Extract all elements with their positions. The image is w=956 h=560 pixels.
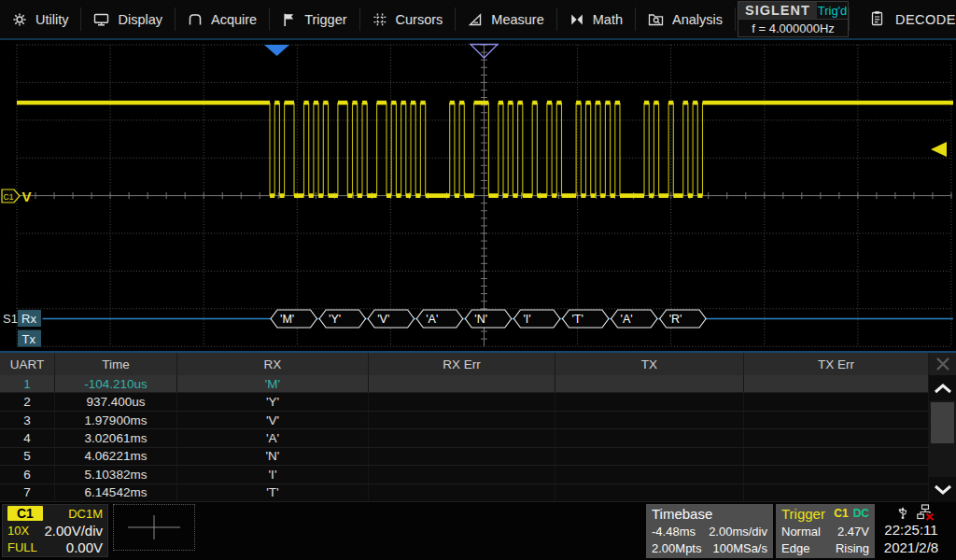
table-cell: 'Y' <box>177 393 369 410</box>
table-row[interactable]: 1-104.210us'M' <box>0 375 929 393</box>
table-cell <box>744 412 929 428</box>
scroll-up-button[interactable] <box>929 375 956 400</box>
channel1-flag-letter: V <box>22 189 32 204</box>
table-cell <box>369 448 555 465</box>
decode-char-bubble <box>319 310 365 328</box>
table-cell <box>369 412 555 428</box>
table-cell <box>555 484 744 501</box>
channel1-descriptor[interactable]: C1 DC1M 10X 2.00V/div FULL 0.00V <box>2 504 108 557</box>
trigger-position-marker[interactable] <box>264 45 289 56</box>
crosshair-icon <box>124 513 184 541</box>
menu-item-trigger[interactable]: Trigger <box>270 0 358 38</box>
table-cell <box>555 466 744 483</box>
menu-item-acquire[interactable]: Acquire <box>176 0 269 38</box>
table-cell: 'A' <box>177 429 369 446</box>
timebase-points: 2.00Mpts <box>652 541 701 555</box>
time-readout: 22:25:11 <box>868 521 954 539</box>
table-row[interactable]: 76.14542ms'T' <box>0 484 929 502</box>
menu-item-label: Acquire <box>211 12 257 27</box>
scrollbar-thumb[interactable] <box>931 402 954 443</box>
column-header-uart: UART <box>0 353 55 375</box>
menu-item-cursors[interactable]: Cursors <box>360 0 456 38</box>
timebase-title: Timebase <box>652 505 767 523</box>
trigger-level-marker[interactable] <box>931 142 947 157</box>
column-header-time: Time <box>55 353 177 375</box>
cursors-icon <box>373 12 387 27</box>
decode-menu-item[interactable]: DECODE <box>850 0 956 38</box>
table-scroll-column <box>929 353 956 502</box>
table-cell: 'V' <box>177 412 369 428</box>
flag-icon <box>282 12 296 27</box>
menu-item-utility[interactable]: Utility <box>0 0 80 38</box>
menu-item-math[interactable]: Math <box>557 0 635 38</box>
column-header-tx: TX <box>555 353 744 375</box>
timebase-descriptor[interactable]: Timebase -4.48ms 2.00ms/div 2.00Mpts 100… <box>646 504 773 558</box>
frequency-readout: f = 4.000000Hz <box>738 19 848 36</box>
table-row[interactable]: 2937.400us'Y' <box>0 393 929 411</box>
menu-item-label: Cursors <box>396 12 443 27</box>
rx-badge-label: Rx <box>21 312 36 326</box>
table-cell <box>555 429 744 446</box>
menu-item-label: Display <box>118 12 162 27</box>
menu-item-label: Utility <box>35 12 68 27</box>
table-cell: 'I' <box>177 466 369 483</box>
trigger-source: C1 <box>834 507 848 520</box>
trigger-level: 2.47V <box>837 525 869 539</box>
siglent-logo: SIGLENT <box>738 2 817 19</box>
status-bar: C1 DC1M 10X 2.00V/div FULL 0.00V Timebas… <box>0 502 956 560</box>
channel1-probe: 10X <box>7 524 29 538</box>
analysis-icon <box>648 12 664 26</box>
menu-item-measure[interactable]: Measure <box>456 0 555 38</box>
empty-channel-slot[interactable] <box>113 504 195 551</box>
table-cell <box>744 448 929 465</box>
trigger-coupling: DC <box>853 507 869 520</box>
menu-item-analysis[interactable]: Analysis <box>636 0 735 38</box>
table-cell: 4 <box>0 429 55 446</box>
trigger-title: Trigger <box>781 506 825 522</box>
channel1-coupling: DC1M <box>68 507 103 521</box>
menu-bar: UtilityDisplayAcquireTriggerCursorsMeasu… <box>0 0 956 40</box>
display-icon <box>93 12 109 27</box>
close-icon <box>934 355 952 373</box>
table-cell <box>744 375 929 392</box>
clipboard-icon <box>870 10 884 29</box>
table-cell: 'M' <box>177 375 369 392</box>
table-row[interactable]: 43.02061ms'A' <box>0 429 929 447</box>
table-row[interactable]: 31.97900ms'V' <box>0 412 929 429</box>
menu-item-label: Trigger <box>304 12 346 27</box>
scroll-down-button[interactable] <box>929 477 956 502</box>
decode-char-label: 'A' <box>621 313 633 326</box>
decode-char-bubble <box>368 310 414 328</box>
table-cell: 2 <box>0 393 55 410</box>
brand-top: SIGLENT Trig'd <box>738 2 848 19</box>
table-cell <box>555 375 744 392</box>
decode-char-label: 'T' <box>571 313 583 326</box>
measure-icon <box>468 12 483 27</box>
table-cell <box>369 429 555 446</box>
table-cell: 'N' <box>177 448 369 465</box>
decode-char-bubble <box>612 310 657 328</box>
menu-item-display[interactable]: Display <box>81 0 175 38</box>
trigger-kind: Edge <box>781 541 809 555</box>
close-table-button[interactable] <box>929 353 956 375</box>
column-header-rx: RX <box>177 353 369 375</box>
table-row[interactable]: 54.06221ms'N' <box>0 448 929 466</box>
decode-char-label: 'M' <box>280 313 294 326</box>
table-cell <box>369 484 555 501</box>
table-cell: 1.97900ms <box>55 412 177 428</box>
decode-char-label: 'V' <box>377 313 389 326</box>
decode-char-bubble <box>660 310 706 328</box>
menu-separator <box>735 7 736 31</box>
table-cell <box>369 375 555 392</box>
table-header-row: UARTTimeRXRX ErrTXTX Err <box>0 353 929 375</box>
waveform-area: C1VS1RxTx'M''Y''V''A''N''I''T''A''R' <box>0 40 956 351</box>
menu-item-label: Math <box>593 12 623 27</box>
table-cell <box>555 393 744 410</box>
trigger-descriptor[interactable]: Trigger C1 DC Normal 2.47V Edge Rising <box>776 504 875 558</box>
decode-char-bubble <box>513 310 559 328</box>
table-row[interactable]: 65.10382ms'I' <box>0 466 929 483</box>
table-cell: 5.10382ms <box>55 466 177 483</box>
scrollbar-track[interactable] <box>929 400 956 477</box>
tx-badge-label: Tx <box>22 332 36 346</box>
table-cell <box>369 466 555 483</box>
